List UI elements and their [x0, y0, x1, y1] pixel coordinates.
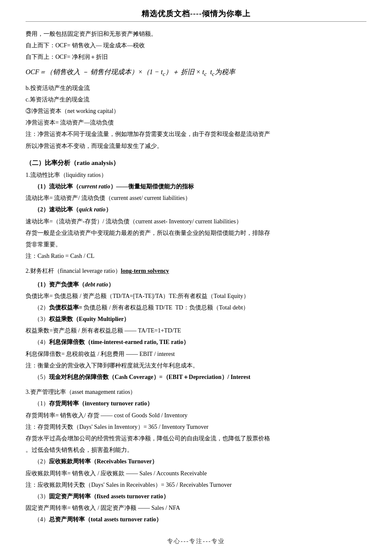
sub9-formula: 应收账款周转率= 销售收入 / 应收账款 —— Sales / Accounts… — [26, 468, 366, 479]
sub2-formula: 速动比率=（流动资产-存货）/ 流动负债（current asset- Inve… — [26, 216, 366, 227]
line-top-down: 自上而下：OCF= 销售收入— 现金成本—税收 — [26, 40, 366, 51]
line-leverage: 2.财务杠杆（financial leverage ratio）long-ter… — [26, 266, 366, 276]
sub1-formula: 流动比率= 流动资产/ 流动负债（current asset/ current … — [26, 193, 366, 203]
formula-ocf: OCF＝（销售收入 － 销售付现成本）×（1 − tc）＋ 折旧 × tc tc… — [26, 66, 366, 79]
line-b: b.投资活动产生的现金流 — [26, 83, 366, 93]
sub2-note3: 注：Cash Ratio = Cash / CL — [26, 251, 366, 261]
page-title: 精选优质文档----倾情为你奉上 — [26, 9, 366, 22]
sub11-title: （4）总资产周转率（total assets turnover ratio） — [26, 514, 366, 525]
line-3-nwc: ③净营运资本（net working capital） — [26, 106, 366, 116]
line-bottom-up: 自下而上：OCF= 净利润＋折旧 — [26, 52, 366, 62]
sub8-note3: 。过低会错失销售机会，损害盈利能力。 — [26, 445, 366, 455]
sub7-title: （5）现金对利息的保障倍数（Cash Coverage）=（EBIT＋Depre… — [26, 372, 366, 382]
formula-ocf-text: OCF＝（销售收入 － 销售付现成本）×（1 − tc）＋ 折旧 × tc tc… — [26, 66, 235, 79]
long-term-solvency-text: long-term solvency — [121, 268, 169, 274]
sub1-title: （1）流动比率（current ratio）——衡量短期偿债能力的指标 — [26, 181, 366, 192]
sub8-title: （1）存货周转率（inventory turnover ratio） — [26, 398, 366, 409]
line-liquidity: 1.流动性比率（liquidity ratios） — [26, 170, 366, 180]
line-asset: 3.资产管理比率（asset management ratios） — [26, 387, 366, 397]
sub2-note1: 存货一般是企业流动资产中变现能力最差的资产，所以在衡量企业的短期偿债能力时，排除… — [26, 228, 366, 238]
sub6-formula: 利息保障倍数= 息税前收益 / 利息费用 —— EBIT / interest — [26, 349, 366, 359]
line-note2: 所以净营运资本不变动，而现金流量却发生了减少。 — [26, 141, 366, 151]
sub8-note2: 存货水平过高会增加公司的经营性营运资本净额，降低公司的自由现金流，也降低了股票价… — [26, 433, 366, 444]
sub8-note1: 注：存货周转天数（Days' Sales in Inventory）= 365 … — [26, 422, 366, 432]
line-nwc-formula: 净营运资本= 流动资产—流动负债 — [26, 117, 366, 128]
sub6-note: 注：衡量企业的营业收入下降到哪种程度就无法支付年利息成本。 — [26, 360, 366, 371]
sub9-note: 注：应收账款周转天数（Days' Sales in Receivables）= … — [26, 480, 366, 490]
sub5-formula: 权益乘数=资产总额 / 所有者权益总额 —— TA/TE=1+TD/TE — [26, 325, 366, 336]
sub10-title: （3）固定资产周转率（fixed assets turnover ratio） — [26, 491, 366, 502]
sub9-title: （2）应收账款周转率（Receivables Turnover） — [26, 456, 366, 467]
sub8-formula: 存货周转率= 销售收入/ 存货 —— cost of Goods Sold / … — [26, 410, 366, 421]
sub2-title: （2）速动比率（quick ratio） — [26, 204, 366, 215]
sub1-title-text: （1）流动比率（current ratio）——衡量短期偿债能力的指标 — [34, 183, 194, 190]
sub3-title: （1）资产负债率（debt ratio） — [26, 279, 366, 290]
line-c: c.筹资活动产生的现金流 — [26, 94, 366, 105]
sub10-formula: 固定资产周转率= 销售收入 / 固定资产净额 —— Sales / NFA — [26, 503, 366, 513]
sub5-title: （3）权益乘数（Equity Multiplier） — [26, 314, 366, 324]
sub4-title: （2）负债权益率= 负债总额 / 所有者权益总额 TD/TE TD：负债总额（T… — [26, 302, 366, 313]
sub2-note2: 货非常重要。 — [26, 239, 366, 250]
page-footer: 专心---专注---专业 — [26, 538, 366, 545]
line-note1: 注：净营运资本不同于现金流量，例如增加存货需要支出现金，由于存货和现金都是流动资… — [26, 129, 366, 139]
sub3-formula: 负债比率= 负债总额 / 资产总额（TD/TA=[TA-TE]/TA）TE:所有… — [26, 291, 366, 301]
section2-title: （二）比率分析（ratio analysis） — [26, 157, 366, 169]
main-content: 费用，一般包括固定资产折旧和无形资产摊销额。 自上而下：OCF= 销售收入— 现… — [26, 29, 366, 525]
sub6-title: （4）利息保障倍数（time-interest-earned ratio, TI… — [26, 337, 366, 347]
line-fees: 费用，一般包括固定资产折旧和无形资产摊销额。 — [26, 29, 366, 39]
